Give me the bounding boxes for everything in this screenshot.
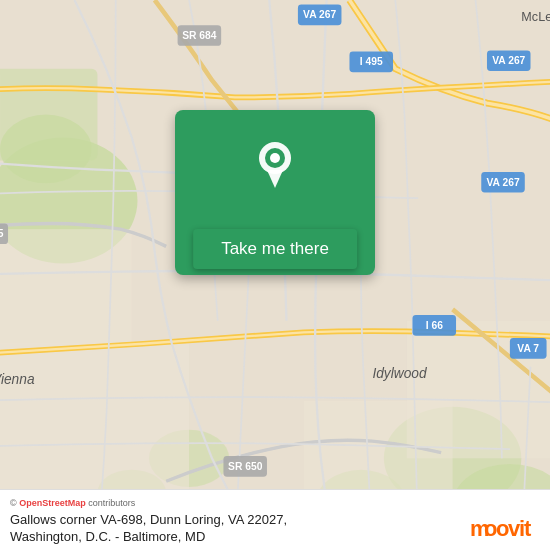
svg-text:SR 675: SR 675 [0, 228, 4, 239]
svg-text:I 66: I 66 [426, 320, 443, 331]
svg-text:t: t [524, 516, 532, 541]
svg-text:I 495: I 495 [360, 56, 383, 67]
svg-text:VA 7: VA 7 [517, 343, 539, 354]
svg-text:Vienna: Vienna [0, 372, 35, 387]
svg-text:SR 650: SR 650 [228, 461, 263, 472]
osm-suffix: contributors [86, 498, 136, 508]
moovit-logo-svg: m o o v i t [470, 514, 540, 542]
osm-prefix: © [10, 498, 19, 508]
address-line2: Washington, D.C. - Baltimore, MD [10, 529, 540, 544]
svg-rect-3 [0, 69, 97, 161]
location-pin [255, 140, 295, 194]
svg-text:VA 267: VA 267 [492, 55, 525, 66]
map-container: VA 267 I 495 VA 267 VA 267 I 66 VA 7 SR … [0, 0, 550, 550]
svg-point-37 [270, 153, 280, 163]
svg-text:McLe...: McLe... [521, 10, 550, 24]
moovit-logo: m o o v i t [470, 514, 540, 542]
svg-marker-38 [267, 170, 283, 188]
info-panel: © OpenStreetMap contributors Gallows cor… [0, 489, 550, 550]
svg-text:SR 684: SR 684 [182, 30, 217, 41]
osm-link[interactable]: OpenStreetMap [19, 498, 86, 508]
svg-text:Idylwood: Idylwood [372, 366, 428, 381]
address-line1: Gallows corner VA-698, Dunn Loring, VA 2… [10, 511, 540, 529]
map-svg: VA 267 I 495 VA 267 VA 267 I 66 VA 7 SR … [0, 0, 550, 550]
take-me-there-button[interactable]: Take me there [193, 229, 357, 269]
svg-text:VA 267: VA 267 [486, 177, 519, 188]
osm-credit: © OpenStreetMap contributors [10, 498, 540, 508]
svg-text:VA 267: VA 267 [303, 9, 336, 20]
